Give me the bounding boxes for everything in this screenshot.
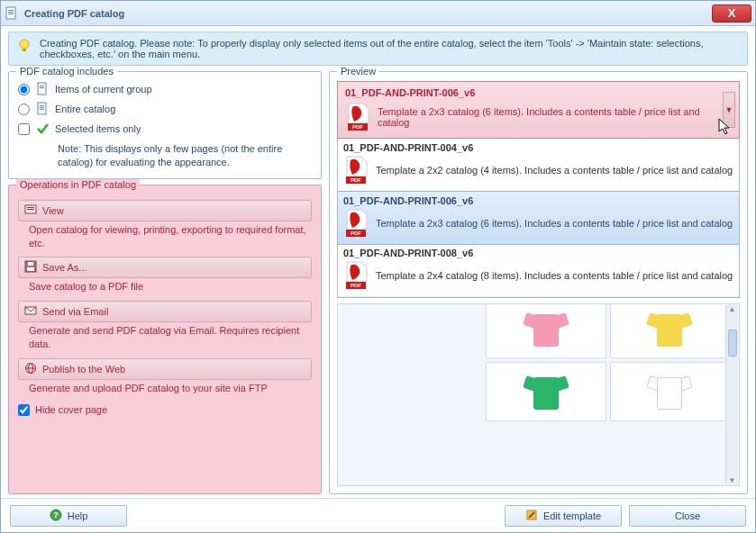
combo-body: PDF Template a 2x3 catalog (6 items). In… — [345, 102, 719, 132]
checkbox-input[interactable] — [18, 404, 30, 416]
window-close-button[interactable]: X — [712, 5, 751, 23]
radio-input[interactable] — [18, 84, 30, 95]
radio-entire-catalog[interactable]: Entire catalog — [18, 99, 312, 119]
preview-label: Preview — [337, 66, 379, 77]
app-icon — [5, 6, 19, 21]
check-hide-cover[interactable]: Hide cover page — [18, 404, 312, 416]
dropdown-item-title: 01_PDF-AND-PRINT-008_v6 — [343, 248, 733, 258]
dialog-window: Creating PDF catalog X Creating PDF cata… — [0, 0, 756, 533]
dropdown-item-title: 01_PDF-AND-PRINT-004_v6 — [343, 142, 733, 153]
document-icon — [35, 102, 50, 116]
pdf-icon: PDF — [345, 102, 370, 132]
svg-rect-18 — [27, 267, 34, 271]
product-thumb — [610, 303, 731, 358]
titlebar: Creating PDF catalog X — [1, 1, 755, 26]
svg-rect-11 — [40, 107, 44, 108]
preview-group: Preview 01_PDF-AND-PRINT-006_v6 PDF Temp… — [329, 71, 748, 494]
svg-point-4 — [20, 40, 29, 49]
includes-label: PDF catalog includes — [16, 66, 117, 77]
checkbox-input[interactable] — [18, 123, 30, 135]
help-label: Help — [68, 510, 88, 521]
svg-text:PDF: PDF — [351, 177, 361, 183]
svg-rect-10 — [40, 105, 44, 106]
check-selected-only[interactable]: Selected items only — [18, 119, 312, 139]
svg-rect-17 — [28, 262, 33, 266]
op-email-desc: Generate and send PDF catalog via Email.… — [29, 324, 312, 351]
op-label: Save As... — [42, 262, 87, 273]
dropdown-item-desc: Template a 2x2 catalog (4 items). Includ… — [376, 165, 733, 176]
svg-rect-8 — [40, 87, 44, 88]
dropdown-item[interactable]: 01_PDF-AND-PRINT-008_v6 PDF Template a 2… — [338, 244, 739, 297]
right-column: Preview 01_PDF-AND-PRINT-006_v6 PDF Temp… — [329, 71, 748, 494]
svg-rect-7 — [40, 86, 44, 86]
product-thumb — [486, 362, 606, 421]
info-text: Creating PDF catalog. Please note: To pr… — [40, 38, 740, 59]
window-title: Creating PDF catalog — [24, 8, 712, 19]
check-label: Selected items only — [55, 123, 141, 134]
product-thumb — [486, 303, 606, 358]
svg-text:PDF: PDF — [352, 124, 363, 130]
dropdown-item[interactable]: 01_PDF-AND-PRINT-004_v6 PDF Template a 2… — [338, 139, 739, 192]
edit-template-button[interactable]: Edit template — [505, 505, 622, 527]
combo-selected-desc: Template a 2x3 catalog (6 items). Includ… — [378, 106, 719, 128]
document-icon — [35, 82, 50, 96]
email-icon — [24, 304, 37, 319]
op-saveas-button[interactable]: Save As... — [18, 257, 312, 278]
help-button[interactable]: ? Help — [10, 505, 127, 527]
svg-rect-9 — [38, 103, 46, 114]
op-label: Publish to the Web — [42, 364, 125, 375]
svg-text:?: ? — [53, 510, 59, 519]
help-icon: ? — [50, 509, 62, 523]
op-publish-button[interactable]: Publish to the Web — [18, 358, 312, 380]
pdf-icon: PDF — [343, 155, 369, 185]
template-dropdown[interactable]: 01_PDF-AND-PRINT-004_v6 PDF Template a 2… — [337, 139, 740, 298]
close-label: Close — [675, 510, 700, 521]
dropdown-item-desc: Template a 2x4 catalog (8 items). Includ… — [376, 270, 733, 281]
op-email-button[interactable]: Send via Email — [18, 301, 312, 322]
includes-note: Note: This displays only a few pages (no… — [58, 142, 312, 169]
svg-rect-1 — [8, 10, 14, 11]
op-publish-desc: Generate and upload PDF catalog to your … — [29, 382, 312, 395]
svg-rect-6 — [38, 83, 46, 95]
scrollbar-vertical[interactable]: ▲ ▼ — [725, 305, 738, 484]
radio-items-current-group[interactable]: Items of current group — [18, 79, 312, 99]
content: Creating PDF catalog. Please note: To pr… — [1, 26, 755, 498]
op-view-button[interactable]: View — [18, 200, 312, 221]
radio-label: Items of current group — [55, 84, 152, 95]
combo-selected-title: 01_PDF-AND-PRINT-006_v6 — [345, 87, 719, 98]
edit-icon — [525, 509, 538, 523]
op-label: Send via Email — [42, 306, 108, 317]
preview-canvas: ▲ ▼ — [337, 303, 740, 486]
op-label: View — [42, 205, 64, 216]
radio-input[interactable] — [18, 104, 30, 115]
globe-icon — [24, 362, 37, 376]
product-grid — [486, 303, 730, 421]
svg-rect-12 — [40, 109, 44, 110]
lightbulb-icon — [16, 38, 32, 54]
footer: ? Help Edit template Close — [1, 498, 755, 532]
dropdown-item-title: 01_PDF-AND-PRINT-006_v6 — [343, 195, 733, 206]
svg-rect-2 — [8, 12, 14, 13]
checkmark-icon — [35, 122, 50, 136]
svg-rect-15 — [27, 209, 34, 210]
scroll-down-icon[interactable]: ▼ — [729, 476, 736, 484]
svg-rect-0 — [6, 7, 15, 19]
svg-rect-14 — [27, 207, 34, 208]
close-button[interactable]: Close — [629, 505, 746, 527]
dropdown-item[interactable]: 01_PDF-AND-PRINT-006_v6 PDF Template a 2… — [337, 191, 740, 245]
info-bar: Creating PDF catalog. Please note: To pr… — [8, 32, 748, 66]
edit-template-label: Edit template — [543, 510, 601, 521]
left-column: PDF catalog includes Items of current gr… — [8, 71, 322, 494]
svg-text:PDF: PDF — [351, 230, 361, 236]
save-icon — [24, 260, 37, 275]
columns: PDF catalog includes Items of current gr… — [8, 71, 748, 494]
svg-rect-5 — [23, 49, 26, 51]
pdf-icon: PDF — [343, 208, 369, 239]
scroll-thumb[interactable] — [728, 330, 737, 357]
operations-label: Operations in PDF catalog — [16, 179, 140, 190]
chevron-down-icon[interactable]: ▼ — [723, 92, 735, 128]
includes-group: PDF catalog includes Items of current gr… — [8, 71, 322, 179]
op-saveas-desc: Save catalog to a PDF file — [29, 280, 312, 294]
template-combo[interactable]: 01_PDF-AND-PRINT-006_v6 PDF Template a 2… — [337, 81, 740, 139]
scroll-up-icon[interactable]: ▲ — [729, 305, 736, 313]
